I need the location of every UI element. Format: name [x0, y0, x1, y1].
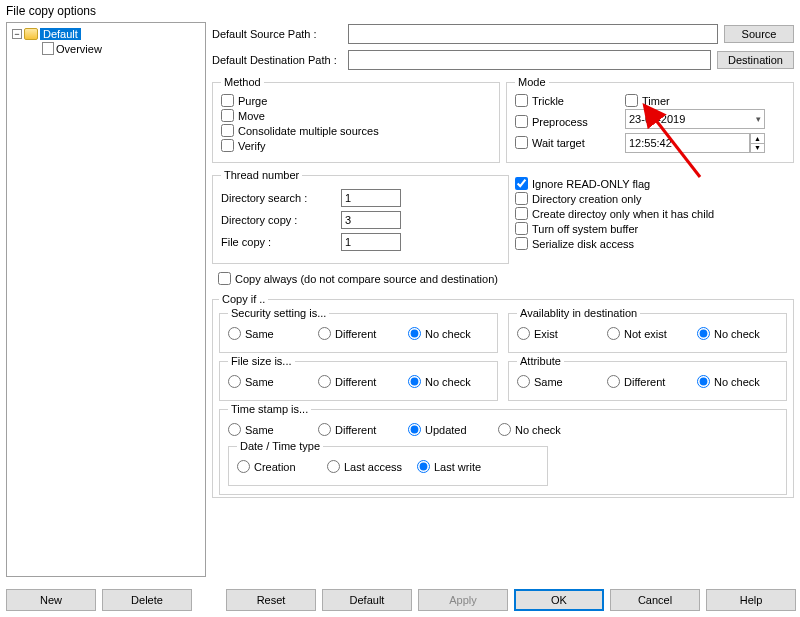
mode-fieldset: Mode Trickle Preprocess Wait target Time… [506, 76, 794, 163]
ok-button[interactable]: OK [514, 589, 604, 611]
destination-button[interactable]: Destination [717, 51, 794, 69]
timestamp-updated-radio[interactable]: Updated [408, 423, 488, 436]
copy-if-fieldset: Copy if .. Security setting is... Same D… [212, 293, 794, 498]
dest-path-input[interactable] [348, 50, 711, 70]
profile-tree[interactable]: − Default Overview [6, 22, 206, 577]
tree-label-overview: Overview [56, 43, 102, 55]
create-dir-child-checkbox[interactable]: Create directoy only when it has child [515, 207, 794, 220]
dir-copy-input[interactable] [341, 211, 401, 229]
dropdown-icon: ▾ [756, 114, 761, 124]
turn-off-buffer-checkbox[interactable]: Turn off system buffer [515, 222, 794, 235]
dest-path-label: Default Destination Path : [212, 54, 342, 66]
reset-button[interactable]: Reset [226, 589, 316, 611]
consolidate-checkbox[interactable]: Consolidate multiple sources [221, 124, 491, 137]
folder-icon [24, 28, 38, 40]
copy-if-legend: Copy if .. [219, 293, 268, 305]
filesize-different-radio[interactable]: Different [318, 375, 398, 388]
wait-target-checkbox[interactable]: Wait target [515, 136, 621, 149]
timestamp-different-radio[interactable]: Different [318, 423, 398, 436]
dir-copy-label: Directory copy : [221, 214, 341, 226]
time-picker[interactable]: 12:55:42 [625, 133, 750, 153]
dt-lastaccess-radio[interactable]: Last access [327, 460, 407, 473]
filesize-fieldset: File size is... Same Different No check [219, 355, 498, 401]
avail-exist-radio[interactable]: Exist [517, 327, 597, 340]
default-button[interactable]: Default [322, 589, 412, 611]
dt-creation-radio[interactable]: Creation [237, 460, 317, 473]
purge-checkbox[interactable]: Purge [221, 94, 491, 107]
verify-checkbox[interactable]: Verify [221, 139, 491, 152]
tree-node-overview[interactable]: Overview [41, 41, 201, 56]
dt-lastwrite-radio[interactable]: Last write [417, 460, 497, 473]
method-legend: Method [221, 76, 264, 88]
security-same-radio[interactable]: Same [228, 327, 308, 340]
timestamp-same-radio[interactable]: Same [228, 423, 308, 436]
attribute-same-radio[interactable]: Same [517, 375, 597, 388]
timer-checkbox[interactable]: Timer [625, 94, 785, 107]
method-fieldset: Method Purge Move Consolidate multiple s… [212, 76, 500, 163]
dir-search-label: Directory search : [221, 192, 341, 204]
attribute-different-radio[interactable]: Different [607, 375, 687, 388]
source-button[interactable]: Source [724, 25, 794, 43]
avail-nocheck-radio[interactable]: No check [697, 327, 777, 340]
mode-legend: Mode [515, 76, 549, 88]
ignore-readonly-checkbox[interactable]: Ignore READ-ONLY flag [515, 177, 794, 190]
security-different-radio[interactable]: Different [318, 327, 398, 340]
copy-always-checkbox[interactable]: Copy always (do not compare source and d… [218, 272, 794, 285]
window-title: File copy options [0, 0, 800, 22]
thread-legend: Thread number [221, 169, 302, 181]
caret-down-icon: ▼ [751, 144, 764, 153]
file-copy-input[interactable] [341, 233, 401, 251]
help-button[interactable]: Help [706, 589, 796, 611]
tree-node-default[interactable]: − Default [11, 27, 201, 41]
preprocess-checkbox[interactable]: Preprocess [515, 115, 621, 128]
date-picker[interactable]: 23-07-2019▾ [625, 109, 765, 129]
source-path-input[interactable] [348, 24, 718, 44]
document-icon [42, 42, 54, 55]
datetime-type-fieldset: Date / Time type Creation Last access La… [228, 440, 548, 486]
filesize-same-radio[interactable]: Same [228, 375, 308, 388]
avail-notexist-radio[interactable]: Not exist [607, 327, 687, 340]
button-bar: New Delete Reset Default Apply OK Cancel… [6, 589, 794, 611]
serialize-checkbox[interactable]: Serialize disk access [515, 237, 794, 250]
collapse-icon[interactable]: − [12, 29, 22, 39]
new-button[interactable]: New [6, 589, 96, 611]
file-copy-label: File copy : [221, 236, 341, 248]
apply-button[interactable]: Apply [418, 589, 508, 611]
tree-label-default: Default [40, 28, 81, 40]
timestamp-fieldset: Time stamp is... Same Different Updated … [219, 403, 787, 495]
source-path-label: Default Source Path : [212, 28, 342, 40]
cancel-button[interactable]: Cancel [610, 589, 700, 611]
attribute-fieldset: Attribute Same Different No check [508, 355, 787, 401]
security-nocheck-radio[interactable]: No check [408, 327, 488, 340]
filesize-nocheck-radio[interactable]: No check [408, 375, 488, 388]
thread-number-fieldset: Thread number Directory search : Directo… [212, 169, 509, 264]
delete-button[interactable]: Delete [102, 589, 192, 611]
dir-creation-only-checkbox[interactable]: Directory creation only [515, 192, 794, 205]
availability-fieldset: Availablity in destination Exist Not exi… [508, 307, 787, 353]
dir-search-input[interactable] [341, 189, 401, 207]
move-checkbox[interactable]: Move [221, 109, 491, 122]
caret-up-icon: ▲ [751, 134, 764, 144]
trickle-checkbox[interactable]: Trickle [515, 94, 621, 107]
timestamp-nocheck-radio[interactable]: No check [498, 423, 578, 436]
security-fieldset: Security setting is... Same Different No… [219, 307, 498, 353]
attribute-nocheck-radio[interactable]: No check [697, 375, 777, 388]
time-spinner[interactable]: ▲▼ [750, 133, 765, 153]
